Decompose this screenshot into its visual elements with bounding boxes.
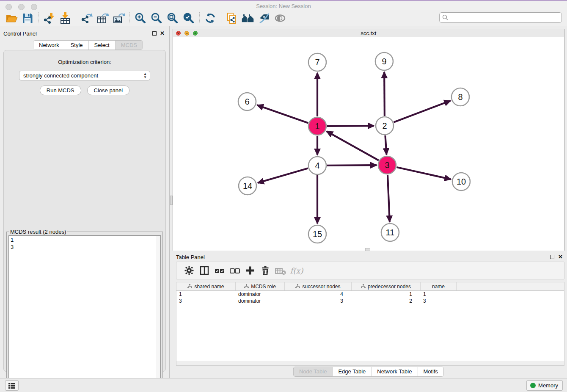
table-panel-float-icon[interactable] xyxy=(550,255,554,259)
graph-node[interactable]: 7 xyxy=(308,53,326,71)
create-column-button[interactable] xyxy=(242,263,258,278)
search-input[interactable] xyxy=(439,12,562,23)
run-mcds-button[interactable]: Run MCDS xyxy=(40,86,81,95)
graph-node[interactable]: 6 xyxy=(238,93,256,110)
houses-icon xyxy=(241,12,255,25)
tree-type-icon xyxy=(244,284,249,289)
graph-edge[interactable] xyxy=(327,126,374,126)
graph-node[interactable]: 14 xyxy=(239,177,256,195)
graph-node-label: 3 xyxy=(385,160,389,170)
graph-edge[interactable] xyxy=(384,72,385,116)
save-icon xyxy=(21,12,34,25)
table-settings-button[interactable] xyxy=(182,263,197,278)
first-neighbors-button[interactable] xyxy=(240,11,256,25)
list-icon xyxy=(8,382,16,389)
graph-edge[interactable] xyxy=(385,135,386,155)
control-panel-title: Control Panel xyxy=(3,30,37,37)
column-header-shared-name[interactable]: shared name xyxy=(176,282,236,290)
table-panel: Table Panel ✕ xyxy=(173,251,564,377)
zoom-in-button[interactable] xyxy=(132,11,149,25)
memory-button[interactable]: Memory xyxy=(526,380,563,391)
graph-edge[interactable] xyxy=(394,101,451,122)
graph-node[interactable]: 4 xyxy=(308,157,326,174)
tab-motifs[interactable]: Motifs xyxy=(417,367,443,376)
delete-column-button[interactable] xyxy=(258,263,273,278)
copy-network-button[interactable] xyxy=(224,11,240,25)
open-file-button[interactable] xyxy=(3,11,19,25)
column-header-name[interactable]: name xyxy=(421,282,457,290)
close-panel-button[interactable]: Close panel xyxy=(87,86,130,95)
table-row[interactable]: 3 dominator 3 2 3 xyxy=(176,298,564,304)
graph-node[interactable]: 2 xyxy=(376,117,394,135)
control-panel-close-icon[interactable]: ✕ xyxy=(160,30,165,36)
graph-edge[interactable] xyxy=(258,168,308,183)
table-row[interactable]: 1 dominator 4 1 1 xyxy=(176,291,564,298)
table-scrollbar-track[interactable] xyxy=(176,361,564,366)
tab-network-table[interactable]: Network Table xyxy=(371,367,417,376)
cell-successor-nodes: 4 xyxy=(285,291,352,298)
show-hide-columns-button[interactable] xyxy=(197,263,212,278)
zoom-selected-button[interactable] xyxy=(181,11,197,25)
graph-node-label: 2 xyxy=(382,121,387,130)
export-table-button[interactable] xyxy=(95,11,111,25)
checked-boxes-icon xyxy=(214,265,225,276)
tree-type-icon xyxy=(361,284,366,289)
zoom-out-icon xyxy=(150,12,163,25)
tab-mcds[interactable]: MCDS xyxy=(115,41,143,50)
column-header-successor-nodes[interactable]: successor nodes xyxy=(285,282,352,290)
tab-style[interactable]: Style xyxy=(65,41,88,50)
plus-icon xyxy=(245,265,255,276)
graph-node-label: 10 xyxy=(457,177,466,186)
control-panel: Control Panel ✕ Network Style Select MCD… xyxy=(0,26,169,378)
network-canvas[interactable]: 7968124314101511 xyxy=(173,37,564,251)
zoom-out-button[interactable] xyxy=(149,11,165,25)
graph-node[interactable]: 8 xyxy=(451,88,469,106)
delete-table-button[interactable] xyxy=(273,263,288,278)
refresh-view-button[interactable] xyxy=(202,11,218,25)
import-network-button[interactable] xyxy=(41,11,57,25)
label-slash-icon xyxy=(258,12,270,25)
tab-network[interactable]: Network xyxy=(33,41,65,50)
tab-select[interactable]: Select xyxy=(88,41,115,50)
column-header-mcds-role[interactable]: MCDS role xyxy=(236,282,285,290)
graph-node[interactable]: 10 xyxy=(452,173,470,190)
graph-node[interactable]: 11 xyxy=(381,224,399,241)
control-panel-float-icon[interactable] xyxy=(152,31,157,36)
export-image-icon xyxy=(113,12,125,25)
export-image-button[interactable] xyxy=(111,11,127,25)
unchecked-boxes-icon xyxy=(229,265,240,276)
graph-edge[interactable] xyxy=(388,175,390,222)
graph-node[interactable]: 3 xyxy=(378,156,396,174)
zoom-fit-icon xyxy=(166,12,179,25)
hide-annotations-button[interactable] xyxy=(256,11,272,25)
function-builder-button[interactable]: f(x) xyxy=(288,263,303,278)
cell-mcds-role: dominator xyxy=(236,298,285,304)
graph-node[interactable]: 9 xyxy=(375,52,393,70)
tab-node-table[interactable]: Node Table xyxy=(294,367,333,376)
show-hide-graphics-button[interactable] xyxy=(272,11,288,25)
mcds-result-text[interactable]: 1 3 xyxy=(8,235,161,389)
save-session-button[interactable] xyxy=(19,11,36,25)
graph-node[interactable]: 1 xyxy=(308,117,326,135)
cell-mcds-role: dominator xyxy=(236,291,285,298)
graph-edge[interactable] xyxy=(396,167,451,179)
optimization-criterion-label: Optimization criterion: xyxy=(4,59,165,65)
select-all-button[interactable] xyxy=(212,263,227,278)
mcds-result-scrollbar[interactable] xyxy=(156,236,160,389)
tab-edge-table[interactable]: Edge Table xyxy=(332,367,371,376)
optimization-criterion-select[interactable]: strongly connected component ▲▼ xyxy=(19,71,150,80)
import-table-icon xyxy=(59,12,72,25)
column-header-predecessor-nodes[interactable]: predecessor nodes xyxy=(352,282,421,290)
import-table-button[interactable] xyxy=(57,11,73,25)
task-history-button[interactable] xyxy=(5,380,19,391)
graph-edge[interactable] xyxy=(257,105,308,123)
export-network-button[interactable] xyxy=(79,11,95,25)
zoom-fit-button[interactable] xyxy=(165,11,181,25)
optimization-criterion-value: strongly connected component xyxy=(23,72,98,79)
graph-node[interactable]: 15 xyxy=(308,225,326,243)
graph-edge[interactable] xyxy=(327,131,379,160)
graph-edge[interactable] xyxy=(327,165,377,166)
panel-splitter[interactable] xyxy=(169,26,173,378)
table-panel-close-icon[interactable]: ✕ xyxy=(558,254,563,260)
deselect-all-button[interactable] xyxy=(227,263,242,278)
